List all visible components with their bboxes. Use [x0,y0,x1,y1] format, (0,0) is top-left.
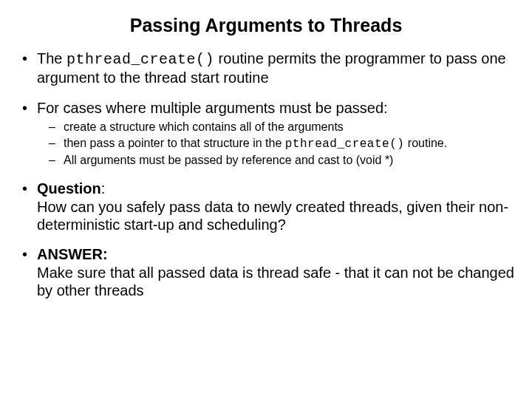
bullet-2-text: For cases where multiple arguments must … [37,100,388,116]
bullet-2-sub-2: then pass a pointer to that structure in… [49,136,519,151]
bullet-1: The pthread_create() routine permits the… [21,50,519,87]
bullet-3: Question: How can you safely pass data t… [21,180,519,233]
bullet-4-body: Make sure that all passed data is thread… [37,265,514,299]
bullet-3-lead: Question [37,180,101,197]
bullet-2-sub-2-code: pthread_create() [285,137,405,151]
bullet-2-sublist: create a structure which contains all of… [49,120,519,168]
bullet-3-colon: : [101,180,106,197]
bullet-1-pre: The [37,50,66,66]
bullet-2-sub-2-post: routine. [404,137,447,149]
bullet-4-lead: ANSWER: [37,246,108,262]
bullet-1-code: pthread_create() [66,51,214,68]
bullet-3-body: How can you safely pass data to newly cr… [37,199,508,233]
bullet-4: ANSWER: Make sure that all passed data i… [21,245,519,299]
page-title: Passing Arguments to Threads [13,15,519,36]
bullet-2-sub-2-pre: then pass a pointer to that structure in… [64,137,285,149]
bullet-2-sub-3: All arguments must be passed by referenc… [49,153,519,168]
bullet-2: For cases where multiple arguments must … [21,99,519,168]
slide-container: Passing Arguments to Threads The pthread… [0,0,532,399]
bullet-list: The pthread_create() routine permits the… [21,50,519,300]
bullet-2-sub-1: create a structure which contains all of… [49,120,519,134]
